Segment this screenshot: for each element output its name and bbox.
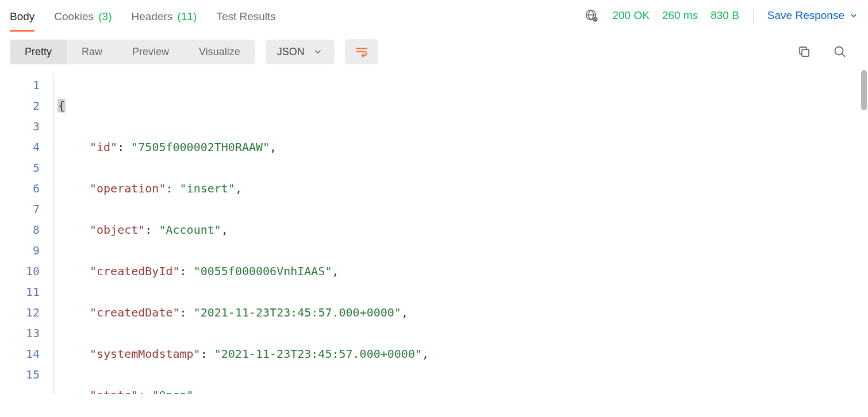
lineno: 5 bbox=[10, 157, 40, 178]
response-body-editor: 1 2 3 4 5 6 7 8 9 10 11 12 13 14 15 { "i… bbox=[0, 67, 868, 394]
body-view-toolbar: Pretty Raw Preview Visualize JSON bbox=[0, 31, 868, 67]
view-mode-raw[interactable]: Raw bbox=[67, 40, 117, 64]
lineno: 9 bbox=[10, 240, 40, 261]
lineno: 14 bbox=[10, 343, 40, 364]
chevron-down-icon bbox=[313, 47, 323, 57]
lineno: 15 bbox=[10, 364, 40, 385]
view-mode-pretty[interactable]: Pretty bbox=[10, 40, 67, 64]
code-line: "createdById": "0055f000006VnhIAAS", bbox=[57, 261, 863, 281]
tab-headers[interactable]: Headers (11) bbox=[131, 6, 197, 31]
scrollbar-thumb[interactable] bbox=[861, 70, 867, 110]
chevron-down-icon bbox=[849, 11, 858, 20]
code-line: "id": "7505f000002TH0RAAW", bbox=[57, 137, 863, 157]
tab-test-results[interactable]: Test Results bbox=[216, 6, 275, 31]
lineno: 12 bbox=[10, 302, 40, 323]
tab-cookies[interactable]: Cookies (3) bbox=[54, 6, 112, 31]
status-code: 200 OK bbox=[612, 9, 649, 22]
lineno: 13 bbox=[10, 323, 40, 343]
view-mode-segment: Pretty Raw Preview Visualize bbox=[10, 40, 255, 64]
tab-body-label: Body bbox=[10, 10, 34, 22]
tab-headers-count: (11) bbox=[178, 10, 197, 22]
view-mode-preview[interactable]: Preview bbox=[117, 40, 184, 64]
toolbar-right bbox=[797, 45, 858, 59]
wrap-icon bbox=[354, 44, 369, 59]
tab-cookies-count: (3) bbox=[98, 10, 112, 22]
lineno: 10 bbox=[10, 261, 40, 281]
code-content[interactable]: { "id": "7505f000002TH0RAAW", "operation… bbox=[57, 75, 863, 394]
lineno: 8 bbox=[10, 219, 40, 240]
gutter-divider bbox=[53, 75, 54, 394]
lineno: 7 bbox=[10, 199, 40, 219]
response-tabs-bar: Body Cookies (3) Headers (11) Test Resul… bbox=[0, 0, 868, 31]
save-response-button[interactable]: Save Response bbox=[767, 9, 858, 22]
format-select-label: JSON bbox=[277, 46, 305, 58]
tab-body[interactable]: Body bbox=[10, 6, 34, 31]
lineno: 11 bbox=[10, 281, 40, 302]
lineno: 6 bbox=[10, 178, 40, 199]
divider bbox=[753, 8, 754, 23]
copy-icon bbox=[797, 45, 811, 59]
network-icon[interactable] bbox=[585, 9, 598, 22]
search-icon bbox=[833, 45, 847, 59]
code-line: "operation": "insert", bbox=[57, 178, 863, 199]
code-line: "object": "Account", bbox=[57, 219, 863, 240]
code-line: { bbox=[57, 95, 863, 116]
search-button[interactable] bbox=[833, 45, 847, 59]
lineno: 1 bbox=[10, 75, 40, 95]
response-meta: 200 OK 260 ms 830 B Save Response bbox=[585, 8, 858, 29]
line-gutter: 1 2 3 4 5 6 7 8 9 10 11 12 13 14 15 bbox=[10, 75, 53, 394]
status-group: 200 OK 260 ms 830 B bbox=[612, 9, 739, 22]
svg-rect-3 bbox=[802, 49, 809, 56]
wrap-lines-button[interactable] bbox=[345, 39, 378, 64]
svg-point-4 bbox=[835, 47, 843, 55]
code-line: "state": "Open", bbox=[57, 385, 863, 394]
tab-test-results-label: Test Results bbox=[216, 10, 275, 22]
lineno: 3 bbox=[10, 116, 40, 137]
code-line: "systemModstamp": "2021-11-23T23:45:57.0… bbox=[57, 343, 863, 364]
tab-headers-label: Headers bbox=[131, 10, 172, 22]
code-line: "createdDate": "2021-11-23T23:45:57.000+… bbox=[57, 302, 863, 323]
copy-button[interactable] bbox=[797, 45, 811, 59]
lineno: 4 bbox=[10, 137, 40, 157]
status-size: 830 B bbox=[710, 9, 739, 22]
tab-cookies-label: Cookies bbox=[54, 10, 94, 22]
view-mode-visualize[interactable]: Visualize bbox=[184, 40, 255, 64]
lineno: 2 bbox=[10, 95, 40, 116]
status-time: 260 ms bbox=[662, 9, 698, 22]
save-response-label: Save Response bbox=[767, 9, 844, 22]
format-select[interactable]: JSON bbox=[266, 40, 335, 64]
